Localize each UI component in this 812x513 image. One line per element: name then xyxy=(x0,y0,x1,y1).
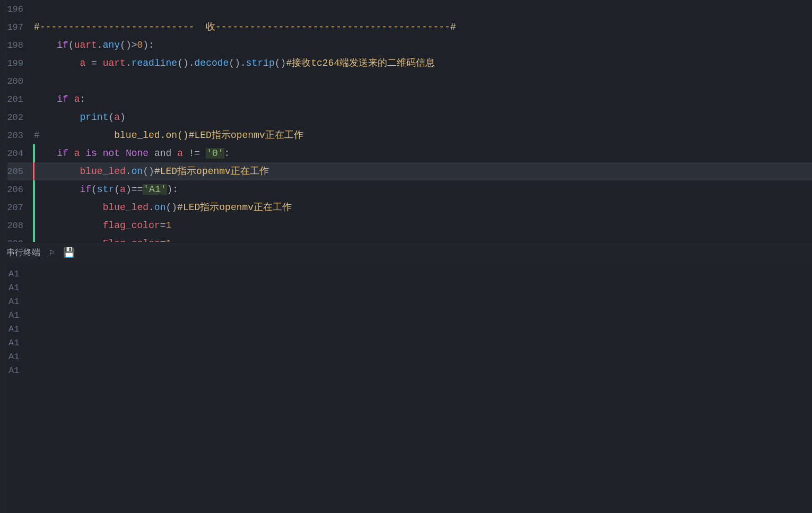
line-content-209: Flag_color=1 xyxy=(32,234,812,242)
code-line-201: 201 if a: xyxy=(0,90,812,108)
terminal-icon-1[interactable]: ⚐ xyxy=(49,247,55,258)
left-sidebar xyxy=(0,0,7,513)
terminal-label: 串行终端 xyxy=(6,247,40,258)
terminal-area: A1 A1 A1 A1 A1 A1 A1 A1 xyxy=(0,263,812,514)
terminal-line-1: A1 xyxy=(8,267,804,281)
code-line-196: 196 xyxy=(0,0,812,18)
line-content-199: a = uart.readline().decode().strip()#接收t… xyxy=(32,54,812,72)
line-content-198: if(uart.any()>0): xyxy=(32,36,812,54)
line-content-207: blue_led.on()#LED指示openmv正在工作 xyxy=(32,198,812,216)
terminal-line-6: A1 xyxy=(8,336,804,350)
line-content-204: if a is not None and a != '0': xyxy=(32,144,812,162)
terminal-line-8: A1 xyxy=(8,364,804,378)
terminal-icon-2[interactable]: 💾 xyxy=(63,247,75,258)
code-line-203: 203 # blue_led.on()#LED指示openmv正在工作 xyxy=(0,126,812,144)
terminal-line-5: A1 xyxy=(8,323,804,336)
line-content-203: # blue_led.on()#LED指示openmv正在工作 xyxy=(32,126,812,144)
code-line-209: 209 Flag_color=1 xyxy=(0,234,812,242)
line-content-205: blue_led.on()#LED指示openmv正在工作 xyxy=(32,162,812,180)
code-line-208: 208 flag_color=1 xyxy=(0,216,812,234)
line-content-202: print(a) xyxy=(32,108,812,126)
code-line-202: 202 print(a) xyxy=(0,108,812,126)
code-line-197: 197 #--------------------------- 收------… xyxy=(0,18,812,36)
terminal-line-3: A1 xyxy=(8,295,804,309)
terminal-line-7: A1 xyxy=(8,350,804,364)
code-line-206: 206 if(str(a)=='A1'): xyxy=(0,180,812,198)
code-line-204: 204 if a is not None and a != '0': xyxy=(0,144,812,162)
line-content-201: if a: xyxy=(32,90,812,108)
terminal-line-2: A1 xyxy=(8,281,804,295)
code-line-198: 198 if(uart.any()>0): xyxy=(0,36,812,54)
code-line-200: 200 xyxy=(0,72,812,90)
line-content-206: if(str(a)=='A1'): xyxy=(32,180,812,198)
code-line-199: 199 a = uart.readline().decode().strip()… xyxy=(0,54,812,72)
code-line-205: 205 blue_led.on()#LED指示openmv正在工作 xyxy=(0,162,812,180)
line-content-208: flag_color=1 xyxy=(32,216,812,234)
bottom-bar: 串行终端 ⚐ 💾 xyxy=(0,242,812,263)
code-editor: 196 197 #--------------------------- 收--… xyxy=(0,0,812,242)
code-line-207: 207 blue_led.on()#LED指示openmv正在工作 xyxy=(0,198,812,216)
line-content-197: #--------------------------- 收----------… xyxy=(32,18,812,36)
terminal-line-4: A1 xyxy=(8,309,804,323)
